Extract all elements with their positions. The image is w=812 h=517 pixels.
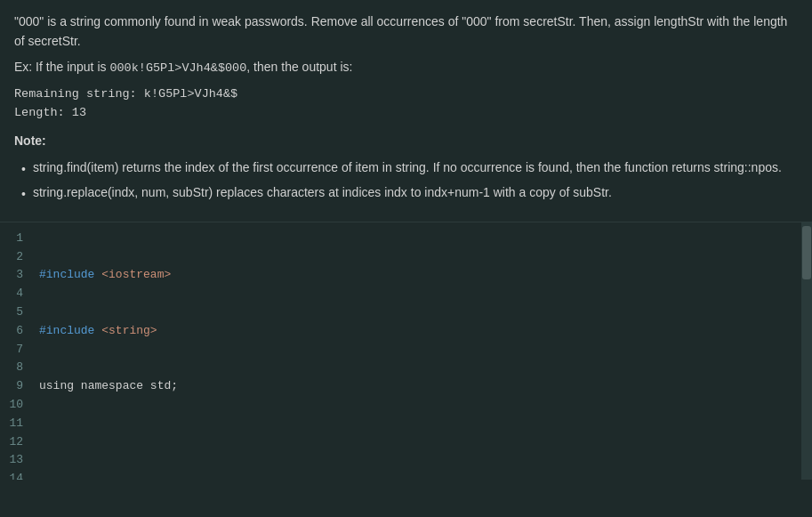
- scrollbar-track[interactable]: [801, 222, 812, 480]
- code-editor[interactable]: 1 2 3 4 5 6 7 8 9 10 11 12 13 14 15 16 1…: [0, 222, 812, 480]
- note-item-2: • string.replace(indx, num, subStr) repl…: [21, 183, 798, 204]
- ln-5: 5: [7, 303, 23, 322]
- code-line-2: #include <string>: [39, 322, 801, 341]
- ln-1: 1: [7, 230, 23, 248]
- note-label: Note:: [14, 132, 798, 151]
- note-list: • string.find(item) returns the index of…: [21, 158, 798, 204]
- code-line-1: #include <iostream>: [39, 266, 801, 285]
- example-intro-line: Ex: If the input is 000k!G5Pl>VJh4&$000,…: [14, 58, 798, 78]
- ln-7: 7: [7, 341, 23, 359]
- ln-13: 13: [7, 451, 23, 470]
- line-numbers: 1 2 3 4 5 6 7 8 9 10 11 12 13 14 15 16 1…: [0, 222, 32, 480]
- description-area: "000" is a string commonly found in weak…: [0, 0, 812, 222]
- note-item-1: • string.find(item) returns the index of…: [21, 158, 798, 179]
- ln-6: 6: [7, 322, 23, 341]
- example-block: Ex: If the input is 000k!G5Pl>VJh4&$000,…: [14, 58, 798, 123]
- ln-12: 12: [7, 433, 23, 452]
- code-line-3: using namespace std;: [39, 377, 801, 396]
- ln-4: 4: [7, 285, 23, 303]
- ln-2: 2: [7, 248, 23, 267]
- main-description: "000" is a string commonly found in weak…: [14, 12, 798, 51]
- ln-8: 8: [7, 359, 23, 377]
- ln-9: 9: [7, 377, 23, 396]
- ln-10: 10: [7, 396, 23, 415]
- ln-11: 11: [7, 415, 23, 433]
- example-output-line1: Remaining string: k!G5Pl>VJh4&$: [14, 85, 798, 104]
- bullet-dot-1: •: [21, 160, 26, 179]
- example-input: 000k!G5Pl>VJh4&$000: [109, 61, 246, 75]
- code-line-4: [39, 433, 801, 452]
- note-text-1: string.find(item) returns the index of t…: [33, 158, 782, 177]
- note-text-2: string.replace(indx, num, subStr) replac…: [33, 183, 612, 202]
- ln-14: 14: [7, 470, 23, 480]
- example-output-line2: Length: 13: [14, 104, 798, 123]
- bullet-dot-2: •: [21, 185, 26, 204]
- ln-3: 3: [7, 266, 23, 285]
- scrollbar-thumb[interactable]: [802, 226, 811, 279]
- code-content[interactable]: #include <iostream> #include <string> us…: [32, 222, 801, 480]
